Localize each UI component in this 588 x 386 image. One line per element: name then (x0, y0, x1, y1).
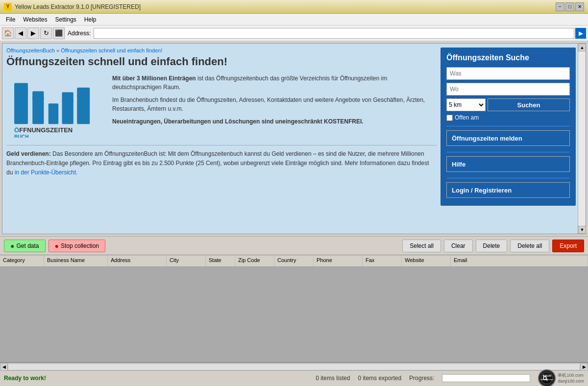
home-button[interactable]: 🏠 (2, 27, 14, 39)
back-button[interactable]: ◀ (15, 27, 26, 39)
address-input[interactable] (94, 28, 574, 39)
col-state: State (206, 255, 235, 266)
progress-bar (442, 374, 530, 382)
svg-rect-7 (77, 95, 90, 124)
breadcrumb-home[interactable]: ÖffnungszeitenBuch (6, 48, 55, 53)
stop-icon: ● (55, 242, 59, 250)
delete-button[interactable]: Delete (476, 240, 508, 252)
breadcrumb-current: Öffnungszeiten schnell und einfach finde… (61, 48, 162, 53)
status-items-exported: 0 items exported (358, 375, 401, 382)
stop-button[interactable]: ● Stop collection (49, 240, 106, 252)
search-panel: Öffnungszeiten Suche 5 km 1 km 2 km 10 k… (441, 48, 576, 206)
scroll-up-btn[interactable]: ▲ (578, 44, 586, 51)
menu-settings[interactable]: Settings (51, 15, 80, 24)
status-ready: Ready to work! (4, 375, 308, 382)
col-business: Business Name (44, 255, 108, 266)
divider (6, 145, 437, 145)
para3: Neueintragungen, Überarbeitungen und Lös… (112, 118, 364, 125)
search-was-input[interactable] (446, 67, 570, 80)
earn-section: Geld verdienen: Das Besondere am Öffnung… (6, 149, 437, 178)
breadcrumb: ÖffnungszeitenBuch » Öffnungszeiten schn… (6, 48, 437, 53)
h-scroll-track[interactable] (8, 363, 580, 370)
watermark-site2: danji100.com (558, 379, 584, 384)
svg-text:ÖFFNUNGSZEITEN: ÖFFNUNGSZEITEN (14, 126, 73, 134)
menu-websites[interactable]: Websites (19, 15, 51, 24)
watermark-text: 单机100.com danji100.com (558, 372, 584, 384)
title-controls: − □ ✕ (556, 2, 584, 11)
watermark-area: 单机100 danji100.com 单机100.com danji100.co… (538, 369, 584, 386)
web-content: ÖffnungszeitenBuch » Öffnungszeiten schn… (2, 44, 441, 234)
svg-rect-6 (62, 92, 74, 102)
horizontal-scrollbar[interactable]: ◀ ▶ (0, 362, 588, 370)
address-label: Address: (68, 30, 91, 37)
action-bar: ● Get data ● Stop collection Select all … (0, 236, 588, 255)
search-wo-input[interactable] (446, 83, 570, 96)
go-button[interactable]: ▶ (575, 28, 586, 39)
app-icon: Y (4, 3, 12, 11)
open-check-label: Offen am (455, 114, 479, 121)
panel-divider-2 (446, 152, 570, 152)
data-grid: Category Business Name Address City Stat… (0, 255, 588, 362)
stop-nav-button[interactable]: ⬛ (53, 27, 65, 39)
get-data-button[interactable]: ● Get data (4, 240, 46, 252)
help-button[interactable]: Hilfe (446, 156, 570, 172)
forward-button[interactable]: ▶ (27, 27, 39, 39)
earn-link[interactable]: in der Punkte-Übersicht. (15, 169, 78, 176)
grid-body (0, 267, 588, 362)
earn-label: Geld verdienen: (6, 150, 51, 157)
app-title: Yellow Leads Extractor 9.1.0 [UNREGISTER… (15, 3, 556, 10)
menu-bar: File Websites Settings Help (0, 14, 588, 25)
status-bar: Ready to work! 0 items listed 0 items ex… (0, 370, 588, 385)
open-check-box[interactable] (446, 115, 453, 121)
svg-rect-0 (14, 88, 28, 124)
col-website: Website (402, 255, 451, 266)
svg-rect-4 (49, 103, 58, 124)
scroll-down-btn[interactable]: ▼ (578, 226, 586, 234)
svg-rect-2 (32, 96, 44, 124)
col-phone: Phone (314, 255, 363, 266)
col-email: Email (451, 255, 588, 266)
panel-divider (446, 126, 570, 126)
menu-help[interactable]: Help (80, 15, 100, 24)
watermark-site1: 单机100.com (558, 372, 584, 379)
stop-label: Stop collection (61, 242, 99, 249)
title-bar: Y Yellow Leads Extractor 9.1.0 [UNREGIST… (0, 0, 588, 14)
content-area: ÖFFNUNGSZEITEN BUCH Deutschland. Österre… (6, 74, 437, 139)
col-zip: Zip Code (235, 255, 274, 266)
svg-rect-3 (32, 91, 44, 100)
vertical-scrollbar[interactable]: ▲ ▼ (578, 44, 586, 234)
svg-rect-8 (77, 88, 90, 97)
panel-divider-3 (446, 178, 570, 178)
report-button[interactable]: Öffnungszeiten melden (446, 130, 570, 146)
progress-label: Progress: (409, 375, 434, 382)
login-button[interactable]: Login / Registrieren (446, 182, 570, 198)
maximize-button[interactable]: □ (565, 2, 574, 11)
svg-rect-1 (14, 83, 28, 93)
get-data-icon: ● (10, 242, 14, 250)
select-all-button[interactable]: Select all (402, 240, 441, 252)
search-row: 5 km 1 km 2 km 10 km 20 km 50 km Suchen (446, 98, 570, 111)
col-country: Country (274, 255, 314, 266)
minimize-button[interactable]: − (556, 2, 564, 11)
get-data-label: Get data (16, 242, 39, 249)
delete-all-button[interactable]: Delete all (510, 240, 549, 252)
scroll-track[interactable] (578, 51, 586, 226)
open-check-row: Offen am (446, 114, 570, 121)
radius-select[interactable]: 5 km 1 km 2 km 10 km 20 km 50 km (446, 98, 486, 111)
browser-area: ÖffnungszeitenBuch » Öffnungszeiten schn… (2, 43, 586, 234)
intro-text: Mit über 3 Millionen Einträgen ist das Ö… (112, 74, 437, 139)
close-button[interactable]: ✕ (575, 2, 584, 11)
clear-button[interactable]: Clear (444, 240, 473, 252)
refresh-button[interactable]: ↻ (40, 27, 52, 39)
menu-file[interactable]: File (2, 15, 19, 24)
search-button[interactable]: Suchen (488, 98, 570, 111)
col-category: Category (0, 255, 44, 266)
watermark-icon: 单机100 danji100.com (538, 369, 556, 386)
export-button[interactable]: Export (552, 240, 584, 252)
grid-header: Category Business Name Address City Stat… (0, 255, 588, 267)
status-items-listed: 0 items listed (316, 375, 350, 382)
svg-rect-5 (62, 99, 74, 124)
col-address: Address (108, 255, 167, 266)
svg-text:BUCH: BUCH (14, 134, 28, 138)
scroll-left-btn[interactable]: ◀ (0, 363, 8, 371)
